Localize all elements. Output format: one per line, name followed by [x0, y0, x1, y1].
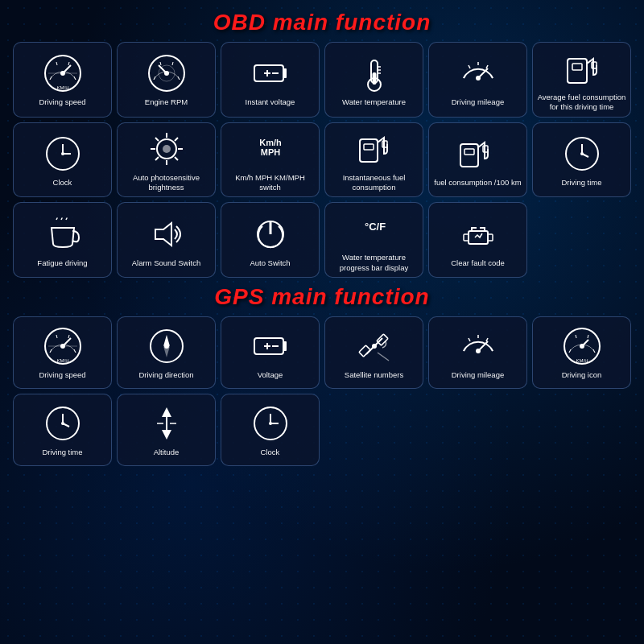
- empty-cell: [532, 202, 631, 278]
- feature-card: Auto photosensitive brightness: [117, 122, 216, 198]
- feature-card: Satellite numbers: [324, 316, 423, 389]
- card-label: Driving speed: [39, 97, 85, 107]
- svg-point-112: [61, 422, 64, 425]
- card-label: Auto Switch: [250, 258, 290, 268]
- svg-marker-115: [162, 430, 171, 440]
- clock-icon: [42, 133, 84, 175]
- compass-icon: [146, 325, 188, 367]
- card-label: fuel consumption /100 km: [434, 178, 521, 188]
- svg-line-48: [155, 138, 159, 141]
- svg-rect-57: [460, 144, 478, 167]
- feature-card: Voltage: [221, 316, 320, 389]
- svg-point-63: [580, 152, 584, 155]
- svg-line-49: [175, 157, 178, 160]
- svg-line-15: [172, 62, 173, 65]
- svg-rect-55: [364, 144, 374, 150]
- svg-line-99: [486, 338, 488, 341]
- sound-icon: [146, 213, 188, 255]
- coffee-icon: [42, 213, 84, 255]
- feature-card: Altitude: [117, 394, 216, 466]
- card-label: Clear fault code: [451, 258, 505, 268]
- svg-rect-85: [283, 341, 287, 351]
- card-label: Instant voltage: [246, 97, 295, 107]
- card-label: Driving icon: [562, 370, 602, 380]
- gauge-mileage-icon: [457, 52, 499, 94]
- feature-card: Fatigue driving: [13, 202, 112, 278]
- svg-line-7: [68, 62, 69, 65]
- card-label: Auto photosensitive brightness: [121, 173, 212, 193]
- fuel-instant-icon: [353, 128, 395, 170]
- feature-card: Auto Switch: [221, 202, 320, 278]
- svg-line-31: [469, 65, 470, 68]
- svg-line-93: [378, 353, 389, 361]
- card-label: Satellite numbers: [345, 370, 403, 380]
- svg-text:MPH: MPH: [260, 147, 280, 157]
- svg-marker-114: [162, 407, 171, 417]
- svg-line-97: [469, 338, 470, 341]
- svg-line-33: [486, 65, 488, 68]
- svg-line-78: [68, 335, 69, 338]
- svg-point-92: [372, 344, 377, 349]
- gps-row1: KM/H Driving speed Driving direction Vol…: [13, 316, 631, 389]
- driving-time-icon: [42, 402, 84, 444]
- clock-icon: [250, 402, 291, 444]
- speedometer-icon: KM/H: [42, 325, 84, 367]
- brightness-icon: [146, 128, 188, 170]
- temp-cf-icon: °C/F: [353, 208, 395, 250]
- card-label: Driving direction: [138, 370, 193, 380]
- card-label: Voltage: [258, 370, 283, 380]
- satellite-icon: [353, 325, 395, 367]
- svg-line-30: [464, 75, 465, 78]
- gauge-mileage-icon: [457, 325, 499, 367]
- card-label: Water temperature progress bar display: [328, 253, 419, 273]
- svg-point-41: [61, 152, 64, 155]
- gps-row2: Driving time Altitude Clock: [13, 394, 631, 466]
- feature-card: Instantaneous fuel consumption: [324, 122, 423, 198]
- battery-icon: [250, 325, 291, 367]
- feature-card: Instant voltage: [221, 42, 320, 118]
- feature-card: Engine RPM: [117, 42, 216, 118]
- kmph-icon: Km/h MPH: [250, 128, 291, 170]
- svg-marker-64: [155, 223, 171, 246]
- svg-rect-54: [360, 139, 378, 162]
- svg-line-34: [491, 75, 493, 78]
- feature-card: Clock: [13, 122, 112, 198]
- card-label: Clock: [261, 448, 280, 457]
- svg-line-77: [56, 335, 57, 338]
- card-label: Driving mileage: [452, 97, 504, 107]
- card-label: Instantaneous fuel consumption: [328, 173, 419, 193]
- gps-title: GPS main function: [13, 284, 631, 310]
- svg-text:KM/H: KM/H: [576, 358, 588, 363]
- feature-card: KM/H Driving icon: [532, 316, 631, 389]
- svg-point-83: [164, 344, 169, 349]
- svg-text:°C/F: °C/F: [365, 221, 386, 233]
- svg-line-106: [576, 335, 576, 338]
- engine-fault-icon: [457, 213, 499, 255]
- svg-point-121: [269, 422, 272, 425]
- obd-row1: KM/H Driving speed Engine RPM Instant vo…: [13, 42, 631, 118]
- svg-line-51: [155, 157, 159, 160]
- obd-row2: Clock Auto photosensitive brightness Km/…: [13, 122, 631, 198]
- altitude-icon: [146, 402, 188, 444]
- feature-card: fuel consumption /100 km: [428, 122, 527, 198]
- svg-rect-18: [283, 68, 287, 78]
- svg-point-43: [163, 145, 171, 153]
- svg-rect-68: [469, 231, 488, 244]
- card-label: Km/h MPH KM/MPH switch: [225, 173, 316, 193]
- feature-card: Alarm Sound Switch: [117, 202, 216, 278]
- obd-title: OBD main function: [13, 10, 631, 35]
- card-label: Alarm Sound Switch: [132, 258, 201, 268]
- feature-card: Driving mileage: [428, 316, 527, 389]
- svg-line-96: [464, 348, 465, 351]
- card-label: Water temperature: [342, 97, 406, 107]
- card-label: Fatigue driving: [37, 258, 87, 268]
- svg-text:KM/H: KM/H: [56, 358, 68, 363]
- svg-rect-35: [568, 59, 587, 83]
- obd-row3: Fatigue driving Alarm Sound Switch Auto …: [13, 202, 631, 278]
- power-icon: [250, 213, 291, 255]
- feature-card: Driving time: [532, 122, 631, 198]
- svg-rect-58: [464, 149, 474, 155]
- card-label: Altitude: [154, 448, 180, 457]
- speedometer-icon: KM/H: [42, 52, 84, 94]
- feature-card: Km/h MPH Km/h MPH KM/MPH switch: [221, 122, 320, 198]
